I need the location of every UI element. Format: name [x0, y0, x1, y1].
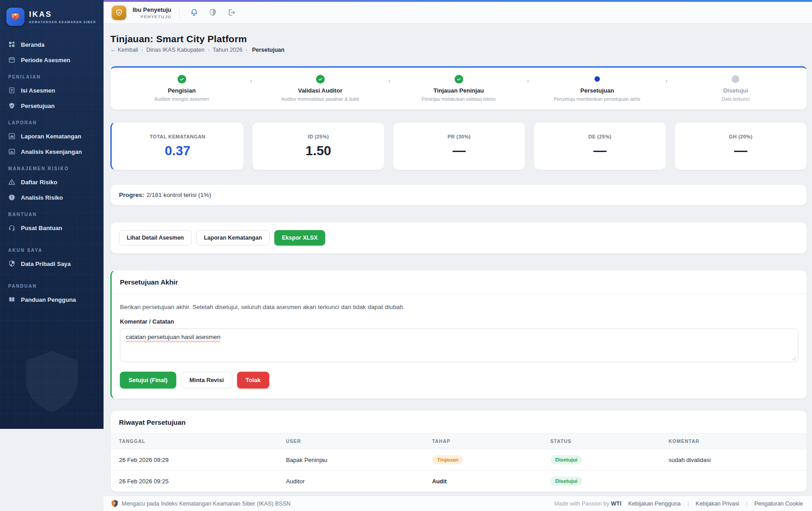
- step-disetujui: Disetujui Data terkunci: [668, 74, 804, 102]
- sidebar-item-data-pribadi-saya[interactable]: Data Pribadi Saya: [0, 256, 104, 271]
- step-validasi-auditor: Validasi Auditor Auditor memvalidasi jaw…: [252, 74, 388, 102]
- score-value: —: [734, 143, 748, 158]
- shield-check-icon: [8, 102, 15, 109]
- score-value: —: [594, 143, 607, 158]
- breadcrumb-separator: ·: [208, 47, 209, 53]
- col-komentar: KOMENTAR: [660, 433, 807, 449]
- brand-logo-block[interactable]: IKAS KEMATANGAN KEAMANAN SIBER: [0, 0, 104, 35]
- footer-shield-icon: [111, 500, 118, 507]
- top-bar: Ibu Penyetuju PENYETUJU: [104, 2, 812, 24]
- progress-text: 2/181 kontrol terisi (1%): [147, 192, 212, 198]
- score-value: 0.37: [165, 143, 190, 158]
- progress-card: Progres:2/181 kontrol terisi (1%): [110, 184, 807, 206]
- history-card: Riwayat Persetujuan TANGGAL USER TAHAP S…: [110, 410, 807, 492]
- cell-tanggal: 26 Feb 2026 09:29: [111, 449, 278, 471]
- sidebar-section-penilaian: PENILAIAN: [0, 68, 104, 83]
- history-table: TANGGAL USER TAHAP STATUS KOMENTAR 26 Fe…: [111, 433, 807, 491]
- footer-link-kebijakan-pengguna[interactable]: Kebijakan Pengguna: [628, 501, 680, 507]
- warning-triangle-icon: [8, 178, 15, 186]
- user-role: PENYETUJU: [140, 14, 171, 19]
- notifications-button[interactable]: [188, 6, 200, 19]
- sidebar-item-panduan-pengguna[interactable]: Panduan Pengguna: [0, 292, 104, 307]
- sidebar-item-periode-asesmen[interactable]: Periode Asesmen: [0, 52, 104, 68]
- sidebar-item-analisis-kesenjangan[interactable]: Analisis Kesenjangan: [0, 144, 104, 159]
- avatar-shield-icon: [115, 9, 123, 17]
- step-persetujuan: Persetujuan Penyetuju memberikan persetu…: [529, 74, 665, 102]
- sidebar-item-persetujuan[interactable]: Persetujuan: [0, 98, 104, 113]
- ekspor-xlsx-button[interactable]: Ekspor XLSX: [274, 230, 326, 246]
- sidebar-item-label: Pusat Bantuan: [21, 225, 62, 231]
- score-value: 1.50: [306, 143, 331, 158]
- sidebar-item-laporan-kematangan[interactable]: Laporan Kematangan: [0, 128, 104, 144]
- sidebar-section-akun-saya: AKUN SAYA: [0, 241, 104, 256]
- footer-left: Mengacu pada Indeks Kematangan Keamanan …: [111, 500, 291, 507]
- sidebar-item-label: Panduan Pengguna: [21, 296, 76, 303]
- sidebar-item-daftar-risiko[interactable]: Daftar Risiko: [0, 174, 104, 190]
- avatar[interactable]: [112, 5, 126, 20]
- sidebar-item-label: Persetujuan: [21, 103, 54, 109]
- sidebar-item-beranda[interactable]: Beranda: [0, 37, 104, 52]
- security-button[interactable]: [207, 6, 219, 19]
- score-card-total: TOTAL KEMATANGAN 0.37: [110, 122, 244, 170]
- comment-textarea[interactable]: catatan persetujuan hasil asesmen: [120, 329, 798, 362]
- stage-text: Audit: [432, 478, 446, 485]
- breadcrumb-period: Tahun 2026: [213, 47, 242, 53]
- approval-description: Berikan persetujuan akhir. Setelah diset…: [120, 304, 798, 310]
- breadcrumb-current: Persetujuan: [252, 47, 285, 53]
- sidebar-section-bantuan: BANTUAN: [0, 205, 104, 220]
- laporan-kematangan-button[interactable]: Laporan Kematangan: [196, 230, 270, 246]
- user-meta: Ibu Penyetuju PENYETUJU: [133, 6, 171, 19]
- breadcrumb-back-link[interactable]: ← Kembali: [110, 47, 138, 53]
- shield-icon: [8, 260, 15, 267]
- step-done-icon: [455, 75, 463, 84]
- score-card-de: DE (25%) —: [534, 122, 666, 170]
- step-title: Validasi Auditor: [298, 87, 342, 94]
- main-area: Ibu Penyetuju PENYETUJU Tinjauan: Smart …: [104, 0, 812, 511]
- sidebar-section-laporan: LAPORAN: [0, 113, 104, 128]
- score-label: DE (25%): [589, 134, 612, 139]
- step-title: Persetujuan: [580, 87, 614, 94]
- sidebar-item-pusat-bantuan[interactable]: Pusat Bantuan: [0, 220, 104, 236]
- sidebar-item-isi-asesmen[interactable]: Isi Asesmen: [0, 83, 104, 98]
- quick-actions-card: Lihat Detail Asesmen Laporan Kematangan …: [110, 222, 807, 254]
- comment-label: Komentar / Catatan: [120, 318, 798, 325]
- footer-link-pengaturan-cookie[interactable]: Pengaturan Cookie: [754, 501, 803, 507]
- shield-watermark: [24, 349, 80, 415]
- step-tinjauan-peninjau: Tinjauan Peninjau Peninjau melakukan val…: [391, 74, 527, 102]
- app-logo-icon: [6, 8, 25, 26]
- step-title: Pengisian: [168, 87, 195, 94]
- exclamation-circle-icon: [8, 194, 15, 201]
- sidebar-item-analisis-risiko[interactable]: Analisis Risiko: [0, 190, 104, 205]
- cell-komentar: sudah divalidasi: [660, 449, 807, 471]
- step-subtitle: Penyetuju memberikan persetujuan akhir: [554, 96, 641, 102]
- progress-label: Progres:: [119, 192, 144, 198]
- history-card-title: Riwayat Persetujuan: [111, 411, 807, 433]
- logout-button[interactable]: [225, 6, 238, 19]
- logout-icon: [227, 8, 236, 17]
- footer-reference-text: Mengacu pada Indeks Kematangan Keamanan …: [122, 501, 291, 507]
- stage-badge: Tinjauan: [432, 455, 463, 464]
- step-active-icon: [594, 76, 600, 82]
- topbar-divider: [179, 8, 180, 18]
- textarea-resize-handle[interactable]: [792, 356, 797, 360]
- breadcrumb: ← Kembali · Dinas IKAS Kabupaten · Tahun…: [110, 47, 807, 53]
- calendar-icon: [8, 56, 15, 64]
- setujui-final-button[interactable]: Setujui (Final): [120, 372, 176, 388]
- detail-asesmen-button[interactable]: Lihat Detail Asesmen: [119, 230, 192, 246]
- sidebar-item-label: Daftar Risiko: [21, 179, 57, 186]
- tolak-button[interactable]: Tolak: [237, 372, 269, 388]
- comment-text: catatan persetujuan hasil asesmen: [126, 334, 221, 340]
- table-row: 26 Feb 2026 09:29 Bapak Peninjau Tinjaua…: [111, 449, 807, 471]
- sidebar-item-label: Laporan Kematangan: [21, 133, 81, 140]
- step-subtitle: Data terkunci: [722, 96, 750, 102]
- made-with-text: Made with Passion by WTI: [554, 501, 621, 507]
- footer-separator: |: [688, 501, 689, 507]
- minta-revisi-button[interactable]: Minta Revisi: [181, 372, 233, 388]
- brand-name: IKAS: [29, 10, 96, 19]
- sidebar-item-label: Data Pribadi Saya: [21, 260, 71, 267]
- step-subtitle: Auditor memvalidasi jawaban & bukti: [281, 96, 359, 102]
- cell-user: Auditor: [278, 471, 424, 492]
- sidebar-section-manajemen-risiko: MANAJEMEN RISIKO: [0, 159, 104, 174]
- status-badge: Disetujui: [550, 477, 583, 486]
- footer-link-kebijakan-privasi[interactable]: Kebijakan Privasi: [696, 501, 739, 507]
